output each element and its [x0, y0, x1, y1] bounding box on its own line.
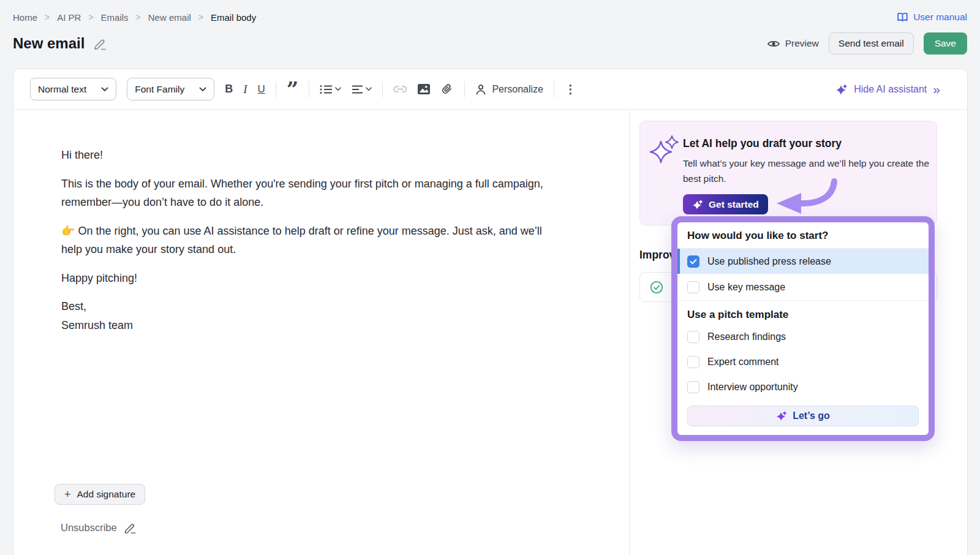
breadcrumb-current: Email body: [211, 12, 256, 23]
plus-icon: +: [64, 488, 71, 501]
breadcrumb-item-new-email[interactable]: New email: [148, 12, 191, 23]
breadcrumb-separator: >: [88, 12, 93, 22]
checkbox-unchecked[interactable]: [687, 381, 699, 393]
checkbox-unchecked[interactable]: [687, 281, 699, 293]
email-paragraph: Hi there!: [61, 146, 559, 165]
page: Home > AI PR > Emails > New email > Emai…: [0, 0, 980, 555]
list-button[interactable]: [320, 85, 341, 94]
blockquote-button[interactable]: ”: [287, 84, 299, 95]
breadcrumb-separator: >: [198, 12, 203, 22]
chevron-down-icon: [366, 87, 372, 91]
option-use-key-message[interactable]: Use key message: [677, 274, 929, 301]
align-button[interactable]: [352, 85, 372, 94]
font-family-value: Font Family: [135, 84, 184, 95]
italic-button[interactable]: I: [243, 83, 247, 96]
checkbox-unchecked[interactable]: [687, 331, 699, 343]
breadcrumb-item-ai-pr[interactable]: AI PR: [57, 12, 81, 23]
hide-ai-assistant-button[interactable]: Hide AI assistant »: [835, 83, 940, 96]
bullet-list-icon: [320, 85, 333, 94]
email-paragraph: Happy pitching!: [61, 269, 559, 288]
option-use-published-press-release[interactable]: Use published press release: [677, 249, 929, 274]
chevron-down-icon: [199, 87, 206, 92]
sparkle-icon: [692, 199, 703, 210]
bold-button[interactable]: B: [225, 83, 233, 96]
double-chevron-right-icon: »: [933, 85, 940, 94]
ai-card-subtitle: Tell what’s your key message and we’ll h…: [683, 156, 930, 186]
send-test-email-button[interactable]: Send test email: [829, 32, 914, 55]
header-actions: Preview Send test email Save: [767, 32, 967, 55]
breadcrumb-separator: >: [136, 12, 141, 22]
breadcrumb-item-home[interactable]: Home: [13, 12, 37, 23]
option-expert-comment[interactable]: Expert comment: [677, 349, 929, 374]
image-button[interactable]: [418, 84, 430, 94]
attachment-button[interactable]: [440, 83, 454, 96]
save-button[interactable]: Save: [924, 32, 967, 55]
lets-go-button[interactable]: Let’s go: [687, 406, 919, 426]
unsubscribe-label: Unsubscribe: [61, 522, 117, 534]
checkbox-checked[interactable]: [687, 255, 699, 268]
toolbar-divider: [554, 81, 554, 97]
unsubscribe-link[interactable]: Unsubscribe: [61, 521, 137, 534]
title-row: New email Preview Send test email Save: [13, 28, 967, 59]
text-style-value: Normal text: [38, 84, 86, 95]
link-icon: [393, 85, 407, 93]
email-paragraph: Best, Semrush team: [61, 297, 559, 334]
underline-button[interactable]: U: [258, 83, 265, 96]
editor-card: Normal text Font Family B I U ”: [13, 69, 968, 555]
option-label: Interview opportunity: [707, 382, 798, 393]
option-label: Research findings: [707, 331, 786, 342]
toolbar-divider: [382, 81, 383, 97]
user-manual-link[interactable]: User manual: [897, 12, 967, 23]
get-started-button[interactable]: Get started: [683, 194, 768, 214]
option-label: Expert comment: [707, 357, 778, 368]
breadcrumb-item-emails[interactable]: Emails: [101, 12, 129, 23]
text-style-select[interactable]: Normal text: [30, 78, 116, 100]
edit-pencil-icon[interactable]: [124, 521, 137, 534]
option-interview-opportunity[interactable]: Interview opportunity: [677, 374, 929, 399]
more-options-button[interactable]: ⋮: [565, 82, 576, 96]
image-icon: [418, 84, 430, 94]
add-signature-button[interactable]: + Add signature: [55, 484, 145, 505]
hide-ai-assistant-label: Hide AI assistant: [854, 84, 927, 95]
user-manual-label: User manual: [913, 12, 967, 23]
get-started-label: Get started: [709, 199, 759, 210]
email-paragraph: This is the body of your email. Whether …: [61, 175, 559, 212]
check-circle-icon: [650, 281, 663, 294]
sparkle-icon: [776, 410, 787, 421]
book-icon: [897, 12, 908, 22]
breadcrumb-separator: >: [45, 12, 50, 22]
toolbar-divider: [309, 81, 309, 97]
email-body-text[interactable]: Hi there! This is the body of your email…: [61, 146, 559, 334]
email-editor-area[interactable]: Hi there! This is the body of your email…: [13, 110, 629, 555]
person-icon: [475, 84, 486, 95]
dropdown-section-label: Use a pitch template: [677, 301, 929, 324]
option-label: Use key message: [707, 282, 785, 293]
editor-toolbar: Normal text Font Family B I U ”: [13, 69, 967, 110]
sparkles-icon: [649, 135, 679, 167]
breadcrumb: Home > AI PR > Emails > New email > Emai…: [13, 12, 256, 23]
email-signoff-line1: Best,: [61, 300, 86, 312]
font-family-select[interactable]: Font Family: [127, 78, 214, 100]
paperclip-icon: [440, 83, 454, 96]
ai-card-title: Let AI help you draft your story: [683, 137, 842, 150]
toolbar-divider: [464, 81, 465, 97]
sparkle-icon: [835, 83, 848, 96]
dropdown-question: How would you like to start?: [677, 222, 929, 249]
improve-section-heading: Improv: [639, 249, 671, 262]
ai-draft-card: Let AI help you draft your story Tell wh…: [639, 121, 937, 225]
personalize-label: Personalize: [492, 84, 543, 95]
lets-go-label: Let’s go: [793, 410, 830, 421]
checkbox-unchecked[interactable]: [687, 356, 699, 368]
chevron-down-icon: [101, 87, 108, 92]
link-button[interactable]: [393, 85, 407, 93]
page-title: New email: [13, 35, 85, 52]
option-label: Use published press release: [707, 256, 831, 267]
topbar: Home > AI PR > Emails > New email > Emai…: [13, 6, 967, 28]
preview-button[interactable]: Preview: [767, 38, 819, 49]
ai-start-dropdown: How would you like to start? Use publish…: [671, 216, 935, 441]
ai-assistant-panel: Let AI help you draft your story Tell wh…: [629, 110, 967, 555]
option-research-findings[interactable]: Research findings: [677, 324, 929, 349]
edit-title-pencil-icon[interactable]: [93, 37, 107, 51]
email-paragraph: 👉 On the right, you can use AI assistanc…: [61, 222, 559, 259]
personalize-button[interactable]: Personalize: [475, 84, 543, 95]
